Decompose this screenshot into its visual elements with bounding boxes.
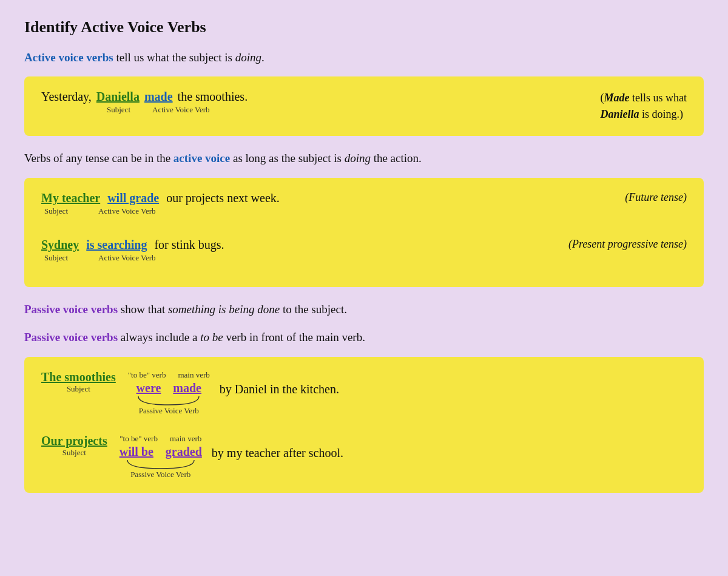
box2-row1-sentence: My teacher will grade our projects next …	[41, 191, 607, 205]
box1-aside: (Made tells us what Daniella is doing.)	[601, 90, 687, 123]
passive-intro1-italic: something is being done	[168, 303, 280, 316]
box3-row2-main-verb: graded	[166, 445, 202, 459]
passive-voice-label-2: Passive voice verbs	[24, 331, 118, 344]
box2-row1-rest: our projects next week.	[166, 191, 280, 205]
box2-row1-subject-label: Subject	[44, 206, 68, 216]
box3-row1-tobe-label: "to be" verb	[128, 370, 166, 380]
box3-row2-rest: by my teacher after school.	[212, 446, 343, 460]
box2-row2-subject: Sydney	[41, 238, 79, 252]
box1-aside-text2: is doing.)	[639, 108, 684, 120]
intro-italic: doing	[235, 51, 261, 64]
box3-row2-subject-col: Our projects Subject	[41, 434, 107, 458]
box2-row2-sentence: Sydney is searching for stink bugs.	[41, 238, 550, 252]
box3-row2-brace	[124, 459, 197, 470]
box2-row2-labels: Subject Active Voice Verb	[41, 253, 550, 263]
box1-subject: Daniella	[96, 90, 140, 104]
passive-intro-1: Passive voice verbs show that something …	[24, 300, 704, 319]
box3-row1-verb-group: "to be" verb main verb were made Passive…	[128, 370, 210, 416]
box2-row2-aside: (Present progressive tense)	[568, 238, 687, 251]
passive-intro1-text2: to the subject.	[280, 303, 347, 316]
box3-row1: The smoothies Subject "to be" verb main …	[41, 370, 687, 416]
intro-paragraph: Active voice verbs tell us what the subj…	[24, 49, 704, 67]
middle-text2: as long as the subject is	[230, 152, 344, 164]
box3-row2: Our projects Subject "to be" verb main v…	[41, 434, 687, 479]
passive-intro2-text: always include a	[118, 331, 200, 344]
box3-row1-brace	[135, 395, 202, 406]
box3-row1-main-verb: made	[173, 381, 201, 395]
box3-row1-subject-col: The smoothies Subject	[41, 370, 116, 394]
intro-text1: tell us what the subject is	[113, 51, 235, 64]
box3-row1-subject-label: Subject	[67, 384, 90, 394]
passive-intro1-text: show that	[118, 303, 168, 316]
box1-prefix: Yesterday,	[41, 90, 92, 104]
box1-verb: made	[144, 90, 173, 104]
box1-sentence: Yesterday, Daniella made the smoothies.	[41, 90, 601, 104]
box1-verb-label: Active Voice Verb	[152, 105, 210, 115]
middle-text3: the action.	[371, 152, 422, 164]
passive-intro-2: Passive voice verbs always include a to …	[24, 328, 704, 347]
box3-row2-tobe-label: "to be" verb	[120, 434, 158, 444]
box2-row1-aside: (Future tense)	[625, 191, 687, 204]
box2-row2-rest: for stink bugs.	[154, 238, 224, 252]
box3-row2-verbs: will be graded	[120, 445, 202, 459]
box3-row1-verbs: were made	[136, 381, 201, 395]
box3-row2-subject-label: Subject	[62, 448, 86, 458]
box2-row1-subject: My teacher	[41, 191, 100, 205]
box3-row2-verb-group: "to be" verb main verb will be graded Pa…	[120, 434, 202, 479]
passive-intro2-text2: verb in front of the main verb.	[223, 331, 365, 344]
box3-row2-tobe-verb: will be	[120, 445, 153, 459]
box3-row1-passive-label: Passive Voice Verb	[139, 406, 199, 416]
active-voice-label: active voice	[174, 152, 230, 164]
box2-row2-verb-label: Active Voice Verb	[98, 253, 156, 263]
box2-row1-verb: will grade	[107, 191, 159, 205]
passive-intro2-italic: to be	[200, 331, 223, 344]
box3-row2-passive-label: Passive Voice Verb	[130, 470, 190, 479]
passive-voice-example-box: The smoothies Subject "to be" verb main …	[24, 357, 704, 493]
box3-row1-subject: The smoothies	[41, 370, 116, 384]
box1-subject-label: Subject	[107, 105, 130, 115]
box1-suffix: the smoothies.	[178, 90, 248, 104]
active-voice-verbs-label: Active voice verbs	[24, 51, 113, 64]
box3-row1-main-label: main verb	[178, 370, 209, 380]
middle-paragraph: Verbs of any tense can be in the active …	[24, 149, 704, 168]
box1-labels: Subject Active Voice Verb	[41, 105, 601, 115]
box1-aside-daniella: Daniella	[601, 108, 639, 120]
box3-row2-main-label: main verb	[170, 434, 201, 444]
middle-italic: doing	[345, 152, 371, 164]
active-voice-example-box-2: My teacher will grade our projects next …	[24, 178, 704, 287]
box2-row2-verb: is searching	[86, 238, 147, 252]
active-voice-example-box-1: Yesterday, Daniella made the smoothies. …	[24, 76, 704, 136]
box3-row1-verb-labels: "to be" verb main verb	[128, 370, 210, 380]
passive-voice-label-1: Passive voice verbs	[24, 303, 118, 316]
box3-row2-subject: Our projects	[41, 434, 107, 448]
middle-text1: Verbs of any tense can be in the	[24, 152, 174, 164]
box1-aside-text1: tells us what	[630, 92, 687, 104]
box2-row2-subject-label: Subject	[44, 253, 68, 263]
box2-row1-labels: Subject Active Voice Verb	[41, 206, 607, 216]
box3-row1-rest: by Daniel in the kitchen.	[220, 382, 339, 396]
intro-end: .	[261, 51, 265, 64]
box3-row1-tobe-verb: were	[136, 381, 161, 395]
box3-row2-verb-labels: "to be" verb main verb	[120, 434, 201, 444]
page-title: Identify Active Voice Verbs	[24, 18, 704, 36]
box1-aside-made: Made	[604, 92, 630, 104]
box2-row1-verb-label: Active Voice Verb	[98, 206, 156, 216]
